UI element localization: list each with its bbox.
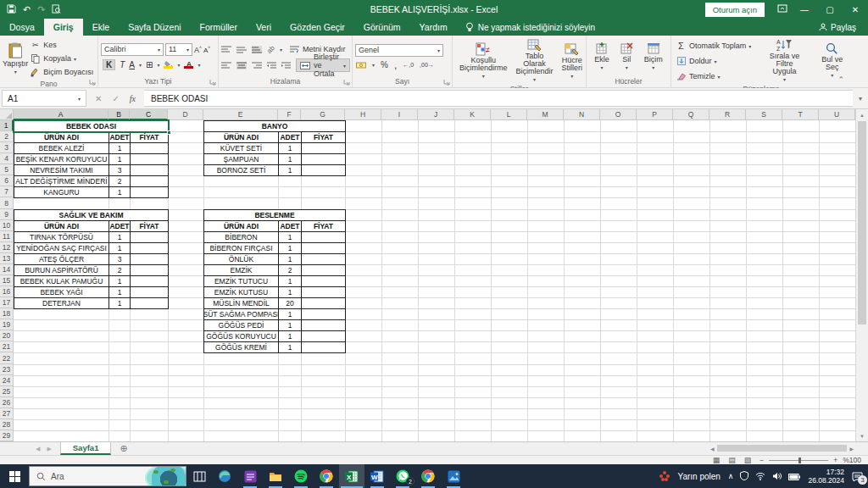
number-dialog-launcher[interactable]	[443, 79, 450, 86]
fill-color-button[interactable]	[164, 60, 173, 69]
cell[interactable]	[302, 154, 346, 165]
cell[interactable]: 1	[109, 298, 131, 309]
cell[interactable]: TIRNAK TÖRPÜSÜ	[14, 232, 109, 243]
row-header-16[interactable]: 16	[0, 286, 14, 297]
cell[interactable]: 1	[279, 143, 302, 154]
sheet-grid[interactable]: ABCDEFGHIJKLMNOPQRSTU1234567891011121314…	[0, 109, 868, 441]
insert-cells-button[interactable]: Ekle▾	[590, 42, 614, 72]
column-header-I[interactable]: I	[381, 109, 418, 120]
page-layout-view-icon[interactable]: ▤	[728, 456, 736, 464]
name-box[interactable]: A1▾	[2, 90, 86, 107]
weather-status[interactable]: Yarın polen	[677, 472, 720, 481]
cell[interactable]: BİBERON FIRÇASI	[204, 243, 279, 254]
increase-decimal-icon[interactable]: ←,0	[403, 62, 414, 68]
cell[interactable]: 3	[109, 165, 131, 176]
comma-style-icon[interactable]: ,	[394, 59, 397, 71]
cell[interactable]	[131, 176, 169, 187]
cell[interactable]: ÖNLÜK	[204, 254, 279, 265]
active-cell-selection[interactable]	[13, 119, 170, 133]
cell[interactable]: BESLENME	[204, 210, 346, 221]
cell[interactable]: 1	[279, 243, 302, 254]
cell[interactable]: GÖĞÜS KORUYUCU	[204, 331, 279, 342]
taskbar-task-view-icon[interactable]	[186, 464, 212, 488]
sort-filter-button[interactable]: AZ Sırala ve Filtre Uygula▾	[760, 38, 809, 84]
tab-gözden-geçir[interactable]: Gözden Geçir	[281, 19, 354, 36]
cell[interactable]	[302, 232, 346, 243]
horizontal-scroll-thumb[interactable]	[717, 445, 848, 452]
font-family-select[interactable]: Calibri▾	[101, 43, 164, 56]
cell[interactable]: 1	[109, 276, 131, 287]
column-header-M[interactable]: M	[527, 109, 564, 120]
tab-yardım[interactable]: Yardım	[410, 19, 457, 36]
cell[interactable]	[131, 287, 169, 298]
conditional-formatting-button[interactable]: ≠ Koşullu Biçimlendirme▾	[455, 42, 512, 80]
cell[interactable]: FİYAT	[302, 132, 346, 143]
row-header-8[interactable]: 8	[0, 197, 14, 208]
taskbar-purple-app-icon[interactable]	[237, 464, 263, 488]
column-header-U[interactable]: U	[819, 109, 855, 120]
shrink-font-icon[interactable]: A˅	[203, 45, 210, 54]
column-header-G[interactable]: G	[301, 109, 345, 120]
font-dialog-launcher[interactable]	[209, 79, 216, 86]
row-header-2[interactable]: 2	[0, 131, 14, 142]
page-break-view-icon[interactable]: ▧	[744, 456, 752, 464]
insert-function-icon[interactable]: fx	[130, 94, 136, 103]
horizontal-scrollbar[interactable]: ◀ ▶	[708, 444, 856, 452]
cell[interactable]	[131, 276, 169, 287]
italic-button[interactable]: T	[120, 60, 125, 69]
cell[interactable]: ATEŞ ÖLÇER	[14, 254, 109, 265]
taskbar-spotify-icon[interactable]	[288, 464, 314, 488]
fill-handle[interactable]	[167, 130, 171, 135]
cell[interactable]: ADET	[109, 221, 131, 232]
cell[interactable]: ÜRÜN ADI	[14, 132, 109, 143]
ribbon-display-options-icon[interactable]	[773, 4, 792, 14]
enter-icon[interactable]: ✓	[112, 94, 119, 103]
increase-indent-icon[interactable]	[281, 60, 291, 71]
cell[interactable]: 1	[279, 276, 302, 287]
cell[interactable]: 1	[109, 187, 131, 198]
number-format-select[interactable]: Genel▾	[355, 44, 443, 57]
find-select-button[interactable]: Bul ve Seç▾	[815, 42, 849, 80]
cell[interactable]: 1	[109, 154, 131, 165]
cut-button[interactable]: ✂Kes	[28, 38, 95, 52]
cell[interactable]: FİYAT	[131, 132, 169, 143]
share-button[interactable]: Paylaş	[819, 19, 868, 36]
clipboard-dialog-launcher[interactable]	[89, 79, 96, 86]
notification-center-button[interactable]: 3	[852, 472, 863, 481]
normal-view-icon[interactable]: ▦	[713, 456, 721, 464]
column-header-D[interactable]: D	[168, 109, 203, 120]
column-header-P[interactable]: P	[637, 109, 673, 120]
cell[interactable]: 2	[279, 265, 302, 276]
taskbar-whatsapp-icon[interactable]: 2	[390, 464, 415, 488]
vertical-scrollbar[interactable]: ▲ ▼	[855, 109, 868, 441]
row-header-3[interactable]: 3	[0, 142, 14, 153]
sign-in-button[interactable]: Oturum açın	[705, 3, 765, 17]
taskbar-clock[interactable]: 17:32 26.08.2024	[808, 468, 844, 485]
cell[interactable]: 1	[279, 342, 302, 353]
cell[interactable]: ALT DEĞİŞTİRME MİNDERİ	[14, 176, 109, 187]
sheet-nav-left-icon[interactable]: ◀	[36, 446, 40, 452]
cell[interactable]: ŞAMPUAN	[204, 154, 279, 165]
tab-formüller[interactable]: Formüller	[191, 19, 247, 36]
collapse-ribbon-icon[interactable]: ⌃	[837, 75, 844, 84]
tray-chevron-icon[interactable]: ∧	[728, 472, 734, 480]
row-header-1[interactable]: 1	[0, 120, 14, 131]
cell[interactable]: 1	[279, 165, 302, 176]
cancel-icon[interactable]: ✕	[95, 94, 102, 103]
cell[interactable]: BANYO	[204, 121, 346, 132]
cell[interactable]: 1	[109, 243, 131, 254]
orientation-icon[interactable]: ab	[265, 44, 276, 55]
cell[interactable]: EMZİK KUTUSU	[204, 287, 279, 298]
copy-button[interactable]: Kopyala▾	[28, 52, 95, 65]
align-bottom-icon[interactable]	[252, 46, 262, 53]
cell[interactable]: SAĞLIK VE BAKIM	[14, 210, 169, 221]
cell[interactable]: MÜSLİN MENDİL	[204, 298, 279, 309]
fill-button[interactable]: Doldur▾	[674, 54, 753, 68]
taskbar-edge-icon[interactable]	[212, 464, 237, 488]
delete-cells-button[interactable]: Sil▾	[615, 42, 637, 72]
cell[interactable]	[131, 243, 169, 254]
cell[interactable]: 1	[279, 320, 302, 331]
paste-button[interactable]: Yapıştır▾	[3, 38, 28, 79]
clear-button[interactable]: Temizle▾	[674, 69, 753, 83]
undo-icon[interactable]: ↶	[23, 4, 31, 15]
